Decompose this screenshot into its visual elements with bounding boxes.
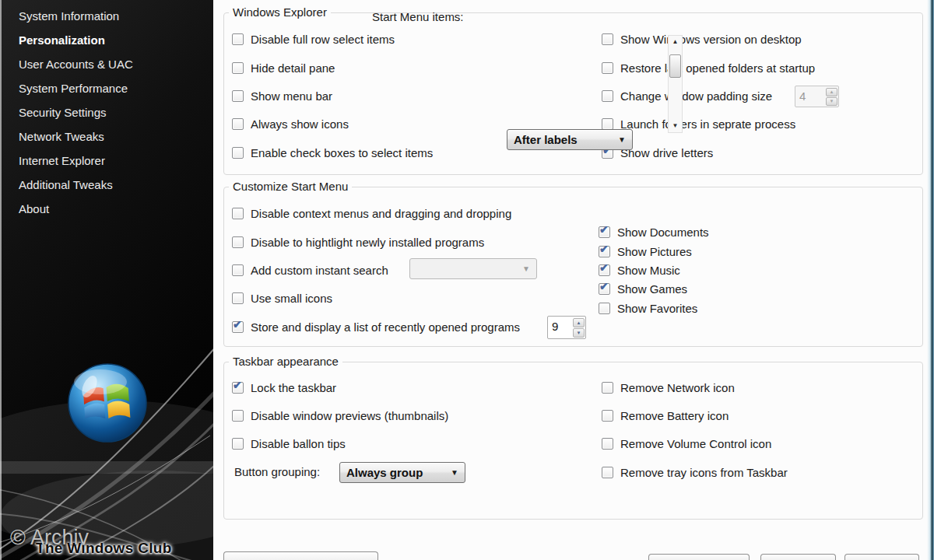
checkbox-row[interactable]: Remove tray icons from Taskbar [602,464,788,481]
spin-down-icon[interactable]: ▼ [826,97,837,106]
checkbox-row[interactable]: Hide detail pane [232,59,335,76]
checkbox-unchecked[interactable] [602,118,613,130]
checkbox-row[interactable]: Disable context menus and dragging and d… [232,205,511,222]
checkbox-label: Remove Volume Control icon [620,437,771,450]
checkbox-row[interactable]: Use small icons [232,289,332,306]
scroll-down-icon[interactable]: ▼ [669,121,682,131]
spin-down-icon[interactable]: ▼ [573,328,585,338]
checkbox-row[interactable]: Always show icons [232,115,349,132]
dropdown-value: After labels [514,133,612,146]
checkbox-unchecked[interactable] [232,90,244,102]
checkbox-row[interactable]: Remove Volume Control icon [602,435,771,452]
checkbox-unchecked[interactable] [602,90,613,102]
checkbox-row[interactable]: Remove Network icon [602,379,735,396]
footer-button-partial-3[interactable] [760,554,836,560]
checkbox-row[interactable]: Change window padding size [602,87,772,104]
checkbox-unchecked[interactable] [232,236,244,248]
sidebar-item-security-settings[interactable]: Security Settings [19,105,107,121]
checkbox-label: Use small icons [251,292,332,305]
scrollbar-thumb[interactable] [669,54,681,78]
checkbox-unchecked[interactable] [602,62,613,74]
checkbox-row[interactable]: ✔Show Documents [599,223,709,240]
checkbox-label: Show Favorites [617,302,697,315]
sidebar-item-about[interactable]: About [19,201,49,217]
checkbox-unchecked[interactable] [232,264,244,276]
checkbox-unchecked[interactable] [232,208,244,219]
sidebar-item-additional-tweaks[interactable]: Additional Tweaks [19,177,113,193]
spin-up-icon[interactable]: ▲ [826,88,837,96]
check-icon: ✔ [233,318,242,331]
checkbox-row[interactable]: ✔Show Pictures [599,243,692,260]
checkbox-unchecked[interactable] [232,62,244,74]
start-menu-items-scrollbar[interactable]: ▲ ▼ [668,35,683,133]
checkbox-row[interactable]: ✔Lock the taskbar [232,379,336,396]
checkbox-row[interactable]: ✔Show Games [599,280,687,297]
checkbox-unchecked[interactable] [602,467,613,478]
checkbox-label: Show Games [617,282,687,296]
checkbox-checked[interactable]: ✔ [599,226,610,238]
check-icon: ✔ [233,379,242,391]
checkbox-label: Show menu bar [251,89,332,103]
checkbox-label: Remove Battery icon [620,409,729,422]
check-icon: ✔ [599,280,609,292]
sidebar-item-user-accounts-uac[interactable]: User Accounts & UAC [19,57,133,72]
spin-up-icon[interactable]: ▲ [573,318,585,327]
checkbox-row[interactable]: Enable check boxes to select items [232,144,433,161]
footer-button-partial-4[interactable] [844,554,919,560]
footer-button-partial-2[interactable] [648,554,750,560]
checkbox-row[interactable]: Add custom instant search [232,261,388,278]
checkbox-unchecked[interactable] [232,118,244,130]
checkbox-row[interactable]: Disable ballon tips [232,435,346,452]
checkbox-row[interactable]: Disable full row select items [232,30,395,47]
checkbox-row[interactable]: Restore last opened folders at startup [602,59,815,76]
sidebar-item-system-information[interactable]: System Information [19,9,119,24]
checkbox-unchecked[interactable] [599,303,610,314]
button-grouping-dropdown[interactable]: Always group ▼ [339,462,465,483]
checkbox-row[interactable]: Show Windows version on desktop [602,30,802,47]
checkbox-unchecked[interactable] [232,438,244,450]
checkbox-row[interactable]: Remove Battery icon [602,407,729,424]
window-padding-spinner[interactable]: 4 ▲▼ [795,86,839,107]
sidebar-item-network-tweaks[interactable]: Network Tweaks [19,129,104,145]
footer-button-partial-1[interactable] [223,551,378,560]
checkbox-unchecked[interactable] [232,33,244,45]
checkbox-label: Lock the taskbar [251,381,336,394]
sidebar-item-personalization[interactable]: Personalization [19,33,105,48]
group-customize-start-menu: Customize Start Menu ▼ 9 ▲▼ Disable cont… [223,187,923,347]
drive-letters-dropdown[interactable]: After labels ▼ [507,129,633,150]
check-icon: ✔ [599,261,609,274]
checkbox-checked[interactable]: ✔ [599,283,610,295]
checkbox-checked[interactable]: ✔ [232,321,244,333]
group-title: Customize Start Menu [229,180,352,193]
scroll-up-icon[interactable]: ▲ [669,37,682,47]
checkbox-unchecked[interactable] [232,410,244,422]
checkbox-unchecked[interactable] [602,33,613,45]
start-menu-items-label: Start Menu items: [372,10,464,23]
checkbox-row[interactable]: Show menu bar [232,87,332,104]
checkbox-row[interactable]: ✔Store and display a list of recently op… [232,318,520,335]
checkbox-checked[interactable]: ✔ [599,264,610,276]
checkbox-unchecked[interactable] [602,438,613,450]
checkbox-unchecked[interactable] [232,147,244,159]
sidebar-item-system-performance[interactable]: System Performance [19,81,128,96]
checkbox-label: Always show icons [251,117,349,131]
checkbox-label: Remove tray icons from Taskbar [620,466,788,479]
recent-programs-spinner[interactable]: 9 ▲▼ [547,316,586,339]
sidebar-item-internet-explorer[interactable]: Internet Explorer [19,153,105,169]
checkbox-unchecked[interactable] [232,292,244,304]
checkbox-checked[interactable]: ✔ [599,246,610,257]
checkbox-label: Disable window previews (thumbnails) [251,409,448,422]
checkbox-label: Disable context menus and dragging and d… [251,207,511,220]
checkbox-row[interactable]: Disable to hightlight newly installed pr… [232,233,484,250]
checkbox-unchecked[interactable] [602,410,613,422]
checkbox-unchecked[interactable] [602,382,613,394]
group-windows-explorer: Windows Explorer 4 ▲▼ Disable full row s… [223,12,923,175]
checkbox-row[interactable]: ✔Show Music [599,261,680,278]
checkbox-row[interactable]: Disable window previews (thumbnails) [232,407,448,424]
checkbox-label: Disable full row select items [251,33,395,46]
spinner-buttons: ▲▼ [825,86,838,107]
checkbox-checked[interactable]: ✔ [232,382,244,394]
checkbox-row[interactable]: Show Favorites [599,299,697,317]
group-title: Windows Explorer [229,5,331,19]
instant-search-dropdown[interactable]: ▼ [409,258,537,279]
